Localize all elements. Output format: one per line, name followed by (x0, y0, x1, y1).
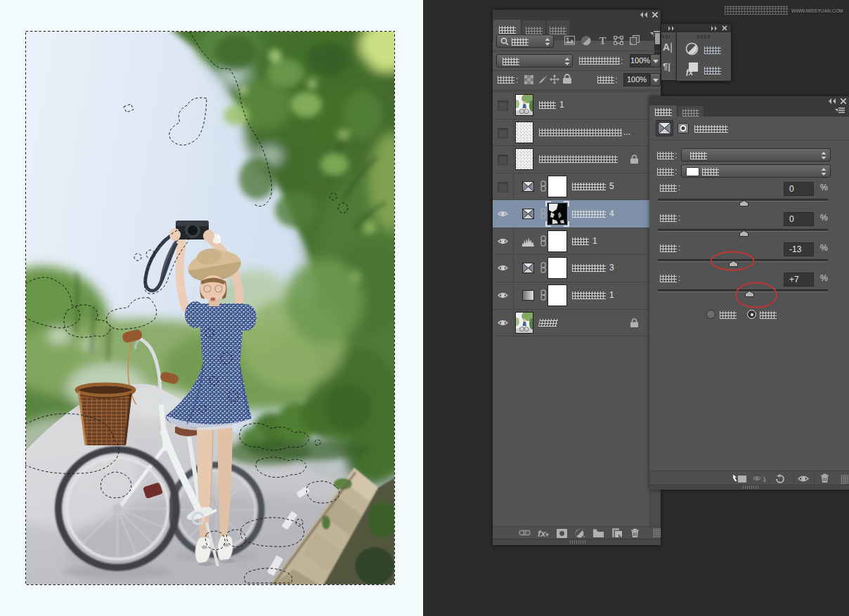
svg-text:T: T (599, 36, 606, 45)
svg-text:fx: fx (686, 67, 693, 76)
